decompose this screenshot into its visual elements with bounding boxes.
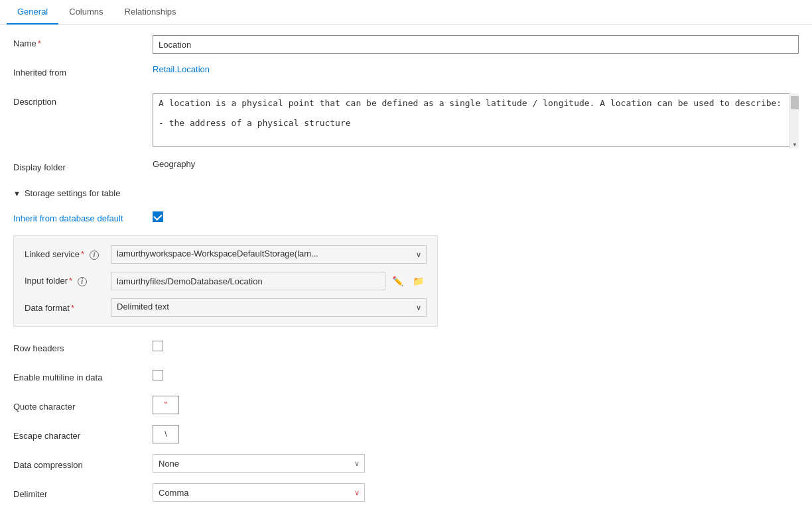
- inherit-db-label: Inherit from database default: [13, 210, 153, 223]
- partition-columns-text: None: [153, 514, 173, 518]
- input-folder-text: lamurthyfiles/DemoDatabase/Location: [111, 272, 385, 290]
- enable-multiline-value: [153, 370, 799, 382]
- display-folder-label: Display folder: [13, 159, 153, 172]
- enable-multiline-label: Enable multiline in data: [13, 369, 153, 382]
- input-folder-value: lamurthyfiles/DemoDatabase/Location ✏️ 📁: [111, 272, 427, 290]
- partition-columns-row: Partition columns i None: [13, 512, 799, 517]
- input-folder-controls: lamurthyfiles/DemoDatabase/Location ✏️ 📁: [111, 272, 427, 290]
- input-folder-info-icon[interactable]: i: [78, 277, 87, 286]
- enable-multiline-checkbox[interactable]: [153, 370, 163, 380]
- row-headers-label: Row headers: [13, 340, 153, 353]
- storage-section-title: Storage settings for table: [25, 188, 121, 198]
- data-compression-value: None: [153, 454, 799, 473]
- data-compression-select-wrapper: None: [153, 454, 365, 473]
- escape-character-input[interactable]: \: [153, 425, 179, 443]
- name-label: Name*: [13, 35, 153, 48]
- description-label: Description: [13, 93, 153, 107]
- data-compression-select[interactable]: None: [153, 454, 365, 473]
- escape-character-value: \: [153, 425, 799, 443]
- textarea-scrollbar: ▼: [789, 93, 799, 148]
- row-headers-checkbox[interactable]: [153, 341, 163, 351]
- data-compression-row: Data compression None: [13, 454, 799, 473]
- input-folder-browse-button[interactable]: 📁: [410, 274, 427, 288]
- delimiter-select-wrapper: Comma ∨: [153, 483, 365, 502]
- inherited-from-text: Retail.Location: [153, 61, 210, 74]
- quote-character-label: Quote character: [13, 398, 153, 412]
- escape-character-row: Escape character \: [13, 425, 799, 443]
- linked-service-info-icon[interactable]: i: [90, 251, 99, 260]
- inherited-from-label: Inherited from: [13, 64, 153, 78]
- name-input[interactable]: [153, 35, 799, 54]
- quote-character-row: Quote character ": [13, 396, 799, 414]
- storage-section-header[interactable]: ▼ Storage settings for table: [13, 188, 799, 198]
- input-folder-edit-button[interactable]: ✏️: [389, 274, 406, 288]
- display-folder-value: Geography: [153, 159, 799, 169]
- linked-service-select[interactable]: lamurthyworkspace-WorkspaceDefaultStorag…: [111, 245, 427, 264]
- row-headers-value: [153, 341, 799, 353]
- data-format-row: Data format* Delimited text ∨: [25, 298, 427, 317]
- quote-character-input[interactable]: ": [153, 396, 179, 414]
- data-format-label: Data format*: [25, 303, 111, 313]
- display-folder-text: Geography: [153, 156, 195, 169]
- tab-relationships[interactable]: Relationships: [114, 0, 187, 25]
- section-arrow-icon: ▼: [13, 190, 21, 198]
- delimiter-value: Comma ∨: [153, 483, 799, 502]
- description-row: Description A location is a physical poi…: [13, 93, 799, 148]
- row-headers-row: Row headers: [13, 337, 799, 356]
- scrollbar-down-arrow: ▼: [791, 141, 799, 148]
- inherited-from-value: Retail.Location: [153, 64, 799, 74]
- tab-general[interactable]: General: [7, 0, 58, 25]
- quote-character-value: ": [153, 396, 799, 414]
- description-value: A location is a physical point that can …: [153, 93, 799, 148]
- tab-columns[interactable]: Columns: [58, 0, 113, 25]
- delimiter-row: Delimiter Comma ∨: [13, 483, 799, 502]
- scrollbar-thumb: [791, 96, 799, 109]
- data-compression-label: Data compression: [13, 457, 153, 470]
- linked-service-select-wrapper: lamurthyworkspace-WorkspaceDefaultStorag…: [111, 245, 427, 264]
- linked-service-value: lamurthyworkspace-WorkspaceDefaultStorag…: [111, 245, 427, 264]
- display-folder-row: Display folder Geography: [13, 159, 799, 178]
- linked-service-label: Linked service* i: [25, 249, 111, 260]
- inherited-from-row: Inherited from Retail.Location: [13, 64, 799, 83]
- delimiter-select[interactable]: Comma: [153, 483, 365, 502]
- storage-settings-box: Linked service* i lamurthyworkspace-Work…: [13, 235, 438, 327]
- data-format-value: Delimited text ∨: [111, 298, 427, 317]
- main-content: Name* Inherited from Retail.Location Des…: [0, 25, 812, 517]
- inherit-db-row: Inherit from database default: [13, 207, 799, 226]
- data-format-select-wrapper: Delimited text ∨: [111, 298, 427, 317]
- data-format-select[interactable]: Delimited text: [111, 298, 427, 317]
- input-folder-label: Input folder* i: [25, 276, 111, 286]
- linked-service-row: Linked service* i lamurthyworkspace-Work…: [25, 245, 427, 264]
- tab-bar: General Columns Relationships: [0, 0, 812, 25]
- delimiter-label: Delimiter: [13, 486, 153, 499]
- escape-character-label: Escape character: [13, 428, 153, 441]
- description-input[interactable]: A location is a physical point that can …: [153, 93, 799, 146]
- input-folder-row: Input folder* i lamurthyfiles/DemoDataba…: [25, 272, 427, 290]
- name-value[interactable]: [153, 35, 799, 54]
- inherit-db-value: [153, 211, 799, 222]
- name-row: Name*: [13, 35, 799, 54]
- inherit-db-checkbox[interactable]: [153, 211, 163, 222]
- enable-multiline-row: Enable multiline in data: [13, 367, 799, 385]
- description-wrapper: A location is a physical point that can …: [153, 93, 799, 148]
